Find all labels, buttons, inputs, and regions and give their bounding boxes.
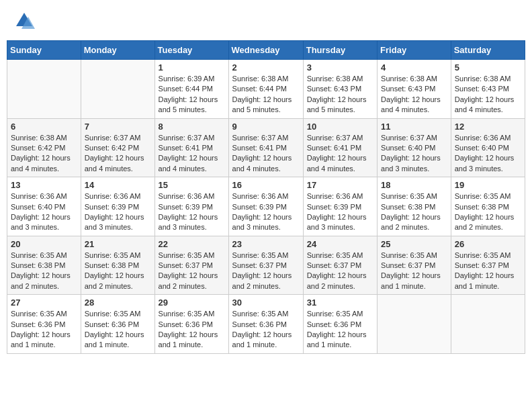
calendar-cell: 17Sunrise: 6:36 AMSunset: 6:39 PMDayligh… [303, 177, 377, 236]
day-number: 22 [159, 239, 225, 249]
day-info: Sunrise: 6:37 AMSunset: 6:40 PMDaylight:… [381, 133, 447, 175]
calendar-cell: 20Sunrise: 6:35 AMSunset: 6:38 PMDayligh… [7, 236, 81, 295]
logo [13, 10, 35, 32]
day-info: Sunrise: 6:38 AMSunset: 6:44 PMDaylight:… [232, 74, 300, 116]
day-number: 20 [11, 239, 77, 249]
calendar-cell: 6Sunrise: 6:38 AMSunset: 6:42 PMDaylight… [7, 118, 81, 177]
day-info: Sunrise: 6:35 AMSunset: 6:36 PMDaylight:… [159, 309, 225, 351]
calendar-cell [7, 60, 81, 119]
weekday-header-saturday: Saturday [451, 41, 525, 60]
day-info: Sunrise: 6:35 AMSunset: 6:36 PMDaylight:… [232, 309, 300, 351]
day-info: Sunrise: 6:35 AMSunset: 6:38 PMDaylight:… [455, 191, 521, 233]
calendar-cell: 28Sunrise: 6:35 AMSunset: 6:36 PMDayligh… [81, 295, 154, 354]
day-info: Sunrise: 6:38 AMSunset: 6:43 PMDaylight:… [307, 74, 373, 116]
day-info: Sunrise: 6:36 AMSunset: 6:40 PMDaylight:… [11, 191, 77, 233]
calendar-cell: 30Sunrise: 6:35 AMSunset: 6:36 PMDayligh… [228, 295, 303, 354]
day-number: 31 [307, 298, 373, 308]
day-info: Sunrise: 6:37 AMSunset: 6:41 PMDaylight:… [307, 133, 373, 175]
day-info: Sunrise: 6:35 AMSunset: 6:38 PMDaylight:… [85, 250, 151, 292]
calendar-cell: 13Sunrise: 6:36 AMSunset: 6:40 PMDayligh… [7, 177, 81, 236]
calendar-cell: 3Sunrise: 6:38 AMSunset: 6:43 PMDaylight… [303, 60, 377, 119]
day-info: Sunrise: 6:38 AMSunset: 6:42 PMDaylight:… [11, 133, 77, 175]
calendar-cell: 11Sunrise: 6:37 AMSunset: 6:40 PMDayligh… [378, 118, 451, 177]
day-number: 8 [159, 122, 225, 132]
day-info: Sunrise: 6:35 AMSunset: 6:37 PMDaylight:… [381, 250, 447, 292]
calendar-cell: 9Sunrise: 6:37 AMSunset: 6:41 PMDaylight… [228, 118, 303, 177]
day-info: Sunrise: 6:37 AMSunset: 6:41 PMDaylight:… [232, 133, 300, 175]
day-number: 27 [11, 298, 77, 308]
calendar-cell: 12Sunrise: 6:36 AMSunset: 6:40 PMDayligh… [451, 118, 525, 177]
calendar-cell: 5Sunrise: 6:38 AMSunset: 6:43 PMDaylight… [451, 60, 525, 119]
calendar-cell: 25Sunrise: 6:35 AMSunset: 6:37 PMDayligh… [378, 236, 451, 295]
day-number: 28 [85, 298, 151, 308]
day-number: 16 [232, 180, 300, 190]
day-number: 2 [232, 62, 300, 73]
day-number: 1 [159, 62, 225, 73]
day-info: Sunrise: 6:36 AMSunset: 6:40 PMDaylight:… [455, 133, 521, 175]
calendar-cell: 21Sunrise: 6:35 AMSunset: 6:38 PMDayligh… [81, 236, 154, 295]
day-number: 23 [232, 239, 300, 249]
day-info: Sunrise: 6:36 AMSunset: 6:39 PMDaylight:… [307, 191, 373, 233]
day-number: 21 [85, 239, 151, 249]
day-number: 12 [455, 122, 521, 132]
day-info: Sunrise: 6:36 AMSunset: 6:39 PMDaylight:… [159, 191, 225, 233]
day-number: 7 [85, 122, 151, 132]
day-info: Sunrise: 6:35 AMSunset: 6:38 PMDaylight:… [381, 191, 447, 233]
calendar-cell: 26Sunrise: 6:35 AMSunset: 6:37 PMDayligh… [451, 236, 525, 295]
calendar-week-2: 6Sunrise: 6:38 AMSunset: 6:42 PMDaylight… [7, 118, 525, 177]
calendar-cell: 29Sunrise: 6:35 AMSunset: 6:36 PMDayligh… [154, 295, 228, 354]
day-info: Sunrise: 6:35 AMSunset: 6:37 PMDaylight:… [455, 250, 521, 292]
day-info: Sunrise: 6:36 AMSunset: 6:39 PMDaylight:… [232, 191, 300, 233]
calendar-cell: 7Sunrise: 6:37 AMSunset: 6:42 PMDaylight… [81, 118, 154, 177]
day-number: 4 [381, 62, 447, 73]
day-number: 18 [381, 180, 447, 190]
weekday-header-row: SundayMondayTuesdayWednesdayThursdayFrid… [7, 41, 525, 60]
day-info: Sunrise: 6:35 AMSunset: 6:38 PMDaylight:… [11, 250, 77, 292]
day-number: 6 [11, 122, 77, 132]
day-number: 17 [307, 180, 373, 190]
calendar-week-1: 1Sunrise: 6:39 AMSunset: 6:44 PMDaylight… [7, 60, 525, 119]
day-number: 24 [307, 239, 373, 249]
calendar-cell: 8Sunrise: 6:37 AMSunset: 6:41 PMDaylight… [154, 118, 228, 177]
day-number: 15 [159, 180, 225, 190]
day-number: 13 [11, 180, 77, 190]
calendar-cell: 15Sunrise: 6:36 AMSunset: 6:39 PMDayligh… [154, 177, 228, 236]
page-header [7, 7, 525, 35]
calendar-cell: 27Sunrise: 6:35 AMSunset: 6:36 PMDayligh… [7, 295, 81, 354]
day-info: Sunrise: 6:35 AMSunset: 6:37 PMDaylight:… [307, 250, 373, 292]
weekday-header-monday: Monday [81, 41, 154, 60]
calendar-cell: 31Sunrise: 6:35 AMSunset: 6:36 PMDayligh… [303, 295, 377, 354]
calendar-cell [378, 295, 451, 354]
day-info: Sunrise: 6:37 AMSunset: 6:42 PMDaylight:… [85, 133, 151, 175]
day-info: Sunrise: 6:36 AMSunset: 6:39 PMDaylight:… [85, 191, 151, 233]
calendar-cell: 14Sunrise: 6:36 AMSunset: 6:39 PMDayligh… [81, 177, 154, 236]
weekday-header-sunday: Sunday [7, 41, 81, 60]
calendar-cell: 2Sunrise: 6:38 AMSunset: 6:44 PMDaylight… [228, 60, 303, 119]
day-number: 25 [381, 239, 447, 249]
weekday-header-wednesday: Wednesday [228, 41, 303, 60]
calendar-week-5: 27Sunrise: 6:35 AMSunset: 6:36 PMDayligh… [7, 295, 525, 354]
calendar-cell: 23Sunrise: 6:35 AMSunset: 6:37 PMDayligh… [228, 236, 303, 295]
day-number: 10 [307, 122, 373, 132]
day-info: Sunrise: 6:38 AMSunset: 6:43 PMDaylight:… [455, 74, 521, 116]
day-number: 29 [159, 298, 225, 308]
day-number: 14 [85, 180, 151, 190]
day-info: Sunrise: 6:39 AMSunset: 6:44 PMDaylight:… [159, 74, 225, 116]
day-info: Sunrise: 6:38 AMSunset: 6:43 PMDaylight:… [381, 74, 447, 116]
day-info: Sunrise: 6:35 AMSunset: 6:37 PMDaylight:… [232, 250, 300, 292]
weekday-header-friday: Friday [378, 41, 451, 60]
calendar-cell: 24Sunrise: 6:35 AMSunset: 6:37 PMDayligh… [303, 236, 377, 295]
calendar-cell: 1Sunrise: 6:39 AMSunset: 6:44 PMDaylight… [154, 60, 228, 119]
calendar-cell [81, 60, 154, 119]
calendar-table: SundayMondayTuesdayWednesdayThursdayFrid… [7, 40, 525, 354]
weekday-header-tuesday: Tuesday [154, 41, 228, 60]
day-number: 5 [455, 62, 521, 73]
day-number: 26 [455, 239, 521, 249]
calendar-week-3: 13Sunrise: 6:36 AMSunset: 6:40 PMDayligh… [7, 177, 525, 236]
day-number: 30 [232, 298, 300, 308]
day-number: 9 [232, 122, 300, 132]
calendar-cell: 22Sunrise: 6:35 AMSunset: 6:37 PMDayligh… [154, 236, 228, 295]
day-info: Sunrise: 6:35 AMSunset: 6:36 PMDaylight:… [307, 309, 373, 351]
day-number: 3 [307, 62, 373, 73]
calendar-cell: 4Sunrise: 6:38 AMSunset: 6:43 PMDaylight… [378, 60, 451, 119]
